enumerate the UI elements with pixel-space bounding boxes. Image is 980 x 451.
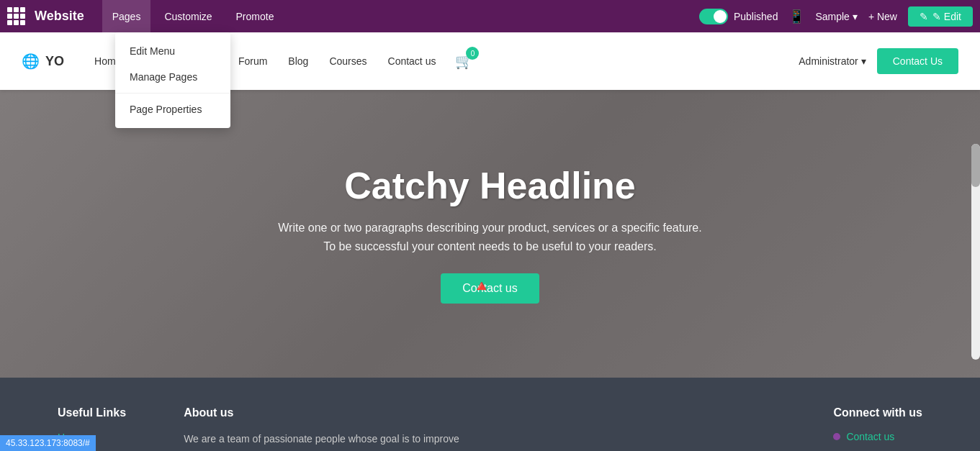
page-properties-item[interactable]: Page Properties [115,96,230,122]
manage-pages-item[interactable]: Manage Pages [115,64,230,90]
hero-subtext-1: Write one or two paragraphs describing y… [278,222,701,234]
footer-about-text: We are a team of passionate people whose… [184,431,459,447]
site-logo[interactable]: 🌐 YO [22,53,64,70]
scrollbar-thumb[interactable] [971,144,980,187]
edit-button[interactable]: ✎ ✎ Edit [908,6,973,27]
scrollbar[interactable] [971,144,980,360]
cart-badge: 0 [466,47,479,60]
nav-blog[interactable]: Blog [279,50,317,73]
published-label: Published [734,11,778,22]
hero-subtext-2: To be successful your content needs to b… [278,240,701,253]
footer: Useful Links Home About us We are a team… [0,378,980,451]
footer-about-heading: About us [184,406,459,419]
nav-contact[interactable]: Contact us [379,50,445,73]
admin-dropdown[interactable]: Administrator ▾ [799,55,866,67]
mobile-icon[interactable]: 📱 [788,9,804,24]
customize-nav-item[interactable]: Customize [154,0,222,32]
brand-name: Website [35,9,84,24]
chevron-down-icon: ▾ [853,11,858,22]
footer-contact-row: Contact us [833,431,922,442]
footer-contact-link[interactable]: Contact us [846,431,894,442]
hero-headline: Catchy Headline [278,164,701,207]
nav-forum[interactable]: Forum [230,50,276,73]
admin-bar-left: Website Pages Customize Promote [7,0,284,32]
status-bar: 45.33.123.173:8083/# [0,435,96,451]
grid-icon[interactable] [7,7,25,25]
footer-connect-heading: Connect with us [833,406,922,419]
pages-nav-item[interactable]: Pages [102,0,151,32]
promote-nav-item[interactable]: Promote [226,0,284,32]
new-button[interactable]: + New [868,11,897,22]
footer-useful-links-heading: Useful Links [58,406,126,419]
contact-us-button[interactable]: Contact Us [877,48,958,74]
admin-bar-right: Published 📱 Sample ▾ + New ✎ ✎ Edit [699,6,973,27]
admin-bar: Website Pages Customize Promote Publishe… [0,0,980,32]
cursor-pointer: 🔺 [472,277,486,294]
footer-col-connect: Connect with us Contact us [833,406,922,447]
published-toggle[interactable] [699,9,728,24]
edit-menu-item[interactable]: Edit Menu [115,38,230,64]
chevron-down-icon: ▾ [861,55,866,67]
site-nav-right: Administrator ▾ Contact Us [799,48,958,74]
pages-dropdown: Edit Menu Manage Pages Page Properties [115,32,230,128]
sample-button[interactable]: Sample ▾ [815,11,857,22]
nav-courses[interactable]: Courses [320,50,375,73]
hero-section: 🔺 Catchy Headline Write one or two parag… [0,90,980,378]
footer-col-about: About us We are a team of passionate peo… [184,406,459,447]
contact-dot-icon [833,433,840,440]
dropdown-divider [115,93,230,94]
globe-icon: 🌐 [22,53,40,70]
cart-icon[interactable]: 🛒 0 [455,53,473,70]
published-toggle-wrap[interactable]: Published [699,9,778,24]
edit-icon: ✎ [920,11,928,22]
